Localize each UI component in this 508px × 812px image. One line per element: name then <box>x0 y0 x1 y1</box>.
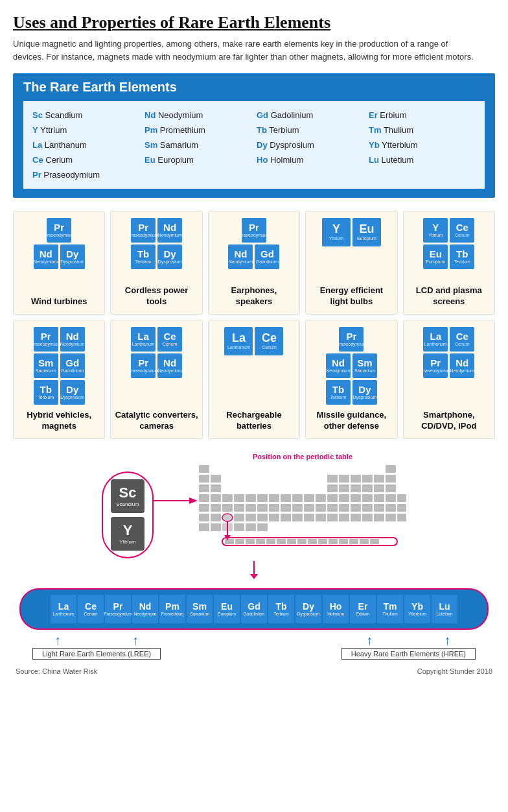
svg-rect-13 <box>211 484 221 492</box>
app-label-lcd: LCD and plasma screens <box>408 285 491 307</box>
elements-grid: Sc Scandium Nd Neodymium Gd Gadolinium E… <box>23 101 485 189</box>
svg-rect-55 <box>397 504 406 512</box>
hree-arrow-left: ↑ <box>366 634 373 647</box>
svg-rect-58 <box>222 514 233 521</box>
app-label-earphones: Earphones, speakers <box>213 285 295 307</box>
svg-rect-71 <box>374 514 384 521</box>
svg-rect-78 <box>246 523 256 531</box>
periodic-table-mini: // This will be rendered via inline SVG … <box>199 465 406 549</box>
svg-rect-46 <box>292 504 303 512</box>
app-lcd-plasma: YYttrium CeCerium EuEuropium TbTerbium L… <box>403 211 495 315</box>
bottom-tile-tm: TmThulium <box>377 595 403 623</box>
svg-rect-9 <box>327 475 338 483</box>
svg-rect-30 <box>316 494 326 502</box>
bottom-tile-lu: LuLutetium <box>432 595 457 623</box>
down-arrow-section <box>250 561 258 579</box>
svg-rect-95 <box>370 539 379 544</box>
svg-rect-43 <box>257 504 268 512</box>
page-subtitle: Unique magnetic and lighting properties,… <box>13 38 479 63</box>
lree-label: Light Rare Earth Elements (LREE) <box>32 648 161 660</box>
tile-tb: TbTerbium <box>34 380 58 405</box>
svg-rect-61 <box>257 514 268 521</box>
element-sm: Sm Samarium <box>142 139 254 151</box>
applications-row1: PrPraseodymium NdNeodymium DyDysprosium … <box>13 211 495 315</box>
svg-rect-93 <box>349 539 358 544</box>
tile-dy: DyDysprosium <box>60 245 85 269</box>
svg-rect-94 <box>360 539 369 544</box>
element-yb: Yb Ytterbium <box>366 139 478 151</box>
svg-rect-4 <box>199 475 209 483</box>
tile-nd: NdNeodymium <box>157 218 182 243</box>
tile-pr: PrPraseodymium <box>423 353 448 378</box>
app-cordless-tools: PrPraseodymium NdNeodymium TbTerbium DyD… <box>110 211 202 315</box>
svg-rect-87 <box>287 539 296 544</box>
tile-nd: NdNeodymium <box>326 353 351 378</box>
svg-rect-60 <box>246 514 256 521</box>
svg-rect-59 <box>234 514 244 521</box>
svg-rect-53 <box>374 504 384 512</box>
bottom-tile-pr: PrPraseodymium <box>105 595 131 623</box>
svg-rect-73 <box>397 514 406 521</box>
arrow-right-icon <box>154 494 199 507</box>
app-smartphone: LaLanthanum CeCerium PrPraseodymium NdNe… <box>403 320 495 439</box>
svg-rect-26 <box>269 494 279 502</box>
bottom-tile-sm: SmSamarium <box>187 595 213 623</box>
element-eu: Eu Europium <box>142 154 254 166</box>
svg-rect-37 <box>397 494 406 502</box>
element-nd: Nd Neodymium <box>142 109 254 121</box>
svg-rect-49 <box>327 504 338 512</box>
svg-rect-21 <box>211 494 221 502</box>
svg-rect-19 <box>386 484 396 492</box>
svg-rect-42 <box>246 504 256 512</box>
tile-pr: PrPraseodymium <box>131 353 156 378</box>
app-label-batteries: Rechargeable batteries <box>213 410 295 432</box>
tile-eu: EuEuropium <box>423 245 448 269</box>
svg-marker-1 <box>189 497 198 504</box>
bottom-tile-eu: EuEuropium <box>214 595 240 623</box>
svg-rect-11 <box>351 475 361 483</box>
svg-rect-51 <box>351 504 361 512</box>
tile-ce: CeCerium <box>157 327 182 352</box>
svg-rect-81 <box>225 539 234 544</box>
svg-rect-41 <box>234 504 244 512</box>
element-ce: Ce Cerium <box>30 154 142 166</box>
svg-rect-89 <box>308 539 317 544</box>
svg-rect-29 <box>304 494 314 502</box>
svg-rect-68 <box>339 514 349 521</box>
rare-earth-box: The Rare Earth Elements Sc Scandium Nd N… <box>13 73 495 198</box>
svg-rect-85 <box>266 539 275 544</box>
tile-y: YYttrium <box>423 218 448 243</box>
svg-rect-75 <box>211 523 221 531</box>
svg-rect-16 <box>351 484 361 492</box>
element-tm: Tm Thulium <box>366 124 478 136</box>
svg-rect-83 <box>246 539 255 544</box>
applications-row2: PrPraseodymium NdNeodymium SmSamarium Gd… <box>13 320 495 439</box>
svg-rect-22 <box>222 494 233 502</box>
bottom-tile-nd: NdNeodymium <box>132 595 158 623</box>
periodic-table-section: Position on the periodic table // This w… <box>199 452 406 552</box>
bottom-tile-ho: HoHolmium <box>323 595 349 623</box>
bottom-tile-ce: CeCerium <box>78 595 104 623</box>
app-catalytic: LaLanthanum CeCerium PrPraseodymium NdNe… <box>110 320 202 439</box>
svg-rect-77 <box>234 523 244 531</box>
svg-rect-47 <box>304 504 314 512</box>
tile-ce: CeCerium <box>450 327 474 352</box>
app-hybrid: PrPraseodymium NdNeodymium SmSamarium Gd… <box>13 320 105 439</box>
svg-rect-84 <box>256 539 265 544</box>
app-label-catalytic: Catalytic converters, cameras <box>115 410 198 432</box>
svg-rect-39 <box>211 504 221 512</box>
footer: Source: China Water Risk Copyright Stund… <box>13 667 495 675</box>
svg-rect-66 <box>316 514 326 521</box>
svg-rect-65 <box>304 514 314 521</box>
svg-rect-20 <box>199 494 209 502</box>
tile-ce: CeCerium <box>450 218 474 243</box>
tile-gd: GdGadolinium <box>255 245 279 269</box>
svg-rect-44 <box>269 504 279 512</box>
svg-rect-35 <box>374 494 384 502</box>
element-dy: Dy Dysprosium <box>254 139 366 151</box>
app-batteries: LaLanthanum CeCerium Rechargeable batter… <box>208 320 300 439</box>
tile-sm: SmSamarium <box>352 353 377 378</box>
svg-rect-6 <box>362 475 373 483</box>
svg-rect-2 <box>199 465 209 473</box>
lree-hree-section: ↑ ↑ Light Rare Earth Elements (LREE) ↑ ↑… <box>19 634 489 660</box>
